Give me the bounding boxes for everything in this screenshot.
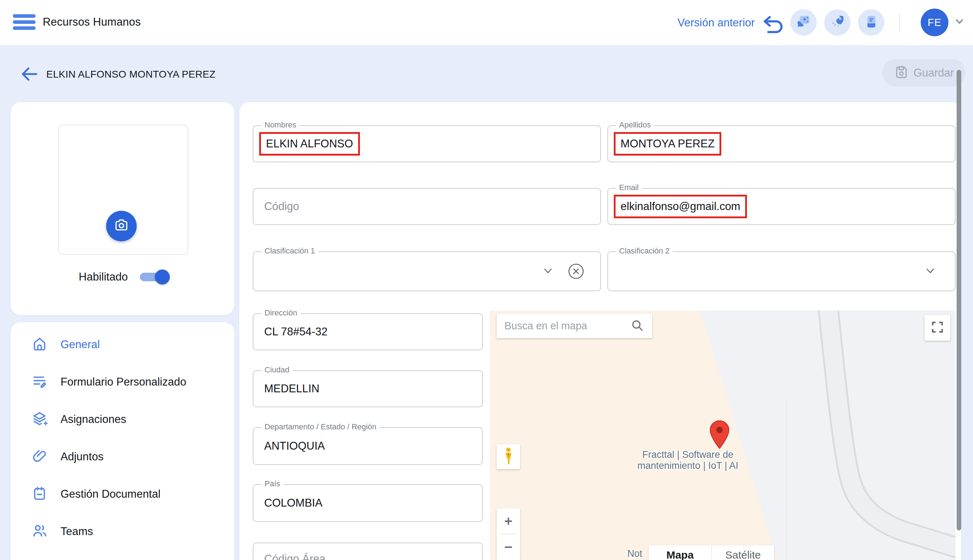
- upload-photo-button[interactable]: [106, 211, 137, 242]
- departamento-value: ANTIOQUIA: [259, 436, 330, 456]
- clasificacion2-select[interactable]: Clasificación 2: [607, 251, 956, 291]
- sidebar-item-label: Asignaciones: [60, 413, 126, 426]
- codigo-area-placeholder: Código Área: [264, 543, 325, 560]
- save-button[interactable]: Guardar: [882, 59, 966, 87]
- layers-icon: [31, 410, 48, 428]
- clasificacion2-label: Clasificación 2: [616, 247, 673, 256]
- docs-button[interactable]: [858, 9, 884, 36]
- direccion-value: CL 78#54-32: [259, 322, 333, 342]
- undo-icon[interactable]: [761, 13, 786, 35]
- whats-new-button[interactable]: [824, 9, 851, 36]
- codigo-field[interactable]: Código: [253, 188, 601, 225]
- nombres-value: ELKIN ALFONSO: [259, 132, 360, 155]
- departamento-field[interactable]: Departamento / Estado / Región ANTIOQUIA: [253, 427, 483, 465]
- codigo-placeholder: Código: [264, 189, 299, 224]
- direccion-field[interactable]: Dirección CL 78#54-32: [253, 313, 483, 350]
- profile-photo-card: Habilitado: [11, 102, 234, 315]
- map-tab[interactable]: Mapa: [649, 545, 711, 560]
- paperclip-icon: [31, 448, 48, 466]
- page-title: ELKIN ALFONSO MONTOYA PEREZ: [46, 69, 215, 80]
- sidebar-item-general[interactable]: General: [11, 332, 234, 357]
- sidebar-item-formulario-personalizado[interactable]: Formulario Personalizado: [11, 370, 234, 395]
- sidebar-menu: General Formulario Personalizado Asignac…: [11, 322, 234, 560]
- sidebar-item-adjuntos[interactable]: Adjuntos: [11, 444, 234, 469]
- ciudad-field[interactable]: Ciudad MEDELLIN: [253, 370, 483, 407]
- enabled-label: Habilitado: [79, 270, 128, 283]
- map-search-placeholder: Busca en el mapa: [505, 320, 587, 332]
- clasificacion1-label: Clasificación 1: [261, 247, 318, 256]
- sidebar-item-label: General: [60, 338, 100, 351]
- back-button[interactable]: [20, 65, 38, 83]
- email-value: elkinalfonso@gmail.com: [614, 195, 747, 218]
- email-field[interactable]: Email elkinalfonso@gmail.com: [607, 188, 956, 225]
- map-zoom-control: [496, 508, 520, 560]
- people-icon: [31, 523, 48, 540]
- home-icon: [31, 336, 48, 353]
- apellidos-value: MONTOYA PEREZ: [614, 132, 721, 155]
- user-avatar[interactable]: FE: [921, 8, 948, 36]
- satellite-tab[interactable]: Satélite: [711, 545, 774, 560]
- map-place-label: Not: [627, 548, 642, 559]
- codigo-area-field[interactable]: Código Área: [253, 543, 483, 560]
- camera-icon: [113, 217, 130, 235]
- save-icon: [894, 64, 909, 82]
- sidebar-item-label: Formulario Personalizado: [60, 376, 186, 388]
- map-marker-pin[interactable]: [708, 419, 731, 452]
- header-divider: [899, 13, 900, 33]
- map-marker-label: Fracttal | Software de mantenimiento | I…: [610, 449, 766, 472]
- form-icon: [31, 373, 48, 391]
- book-icon: [863, 13, 880, 31]
- clear-icon[interactable]: [568, 263, 585, 281]
- sidebar-item-teams[interactable]: Teams: [11, 519, 234, 544]
- search-icon[interactable]: [630, 318, 645, 334]
- ai-chat-button[interactable]: [790, 9, 817, 36]
- sidebar-item-gestion-documental[interactable]: Gestión Documental: [11, 482, 234, 507]
- fullscreen-icon: [930, 320, 945, 336]
- vertical-scrollbar[interactable]: [956, 70, 961, 530]
- rocket-icon: [829, 13, 846, 31]
- nombres-field[interactable]: Nombres ELKIN ALFONSO: [253, 125, 601, 162]
- sidebar-item-label: Teams: [60, 525, 93, 538]
- chevron-down-icon[interactable]: [542, 267, 554, 277]
- map-type-tabs: Mapa Satélite: [649, 545, 774, 560]
- pegman-control[interactable]: [496, 444, 520, 469]
- save-button-label: Guardar: [913, 67, 954, 79]
- sidebar-item-asignaciones[interactable]: Asignaciones: [11, 407, 234, 432]
- pegman-icon: [501, 447, 515, 467]
- chevron-down-icon[interactable]: [953, 17, 966, 28]
- sidebar-item-label: Gestión Documental: [60, 488, 161, 500]
- document-icon: [31, 485, 48, 503]
- module-title: Recursos Humanos: [43, 16, 141, 28]
- chevron-down-icon[interactable]: [924, 267, 936, 277]
- pais-value: COLOMBIA: [259, 493, 328, 513]
- map-search-box[interactable]: Busca en el mapa: [496, 313, 652, 338]
- previous-version-link[interactable]: Versión anterior: [678, 17, 755, 29]
- zoom-out-button[interactable]: [496, 534, 520, 560]
- map-canvas[interactable]: Fracttal | Software de mantenimiento | I…: [490, 310, 956, 560]
- sidebar-item-label: Adjuntos: [60, 450, 103, 463]
- app-header: Recursos Humanos Versión anterior: [0, 0, 973, 45]
- enabled-toggle[interactable]: [140, 272, 166, 282]
- fullscreen-button[interactable]: [925, 315, 950, 341]
- hamburger-menu-icon[interactable]: [13, 14, 36, 31]
- zoom-in-button[interactable]: [496, 508, 520, 534]
- pais-field[interactable]: País COLOMBIA: [253, 484, 483, 522]
- apellidos-field[interactable]: Apellidos MONTOYA PEREZ: [607, 125, 956, 162]
- clasificacion1-select[interactable]: Clasificación 1: [253, 251, 601, 291]
- chat-sparkles-icon: [795, 13, 812, 31]
- ciudad-value: MEDELLIN: [259, 379, 324, 399]
